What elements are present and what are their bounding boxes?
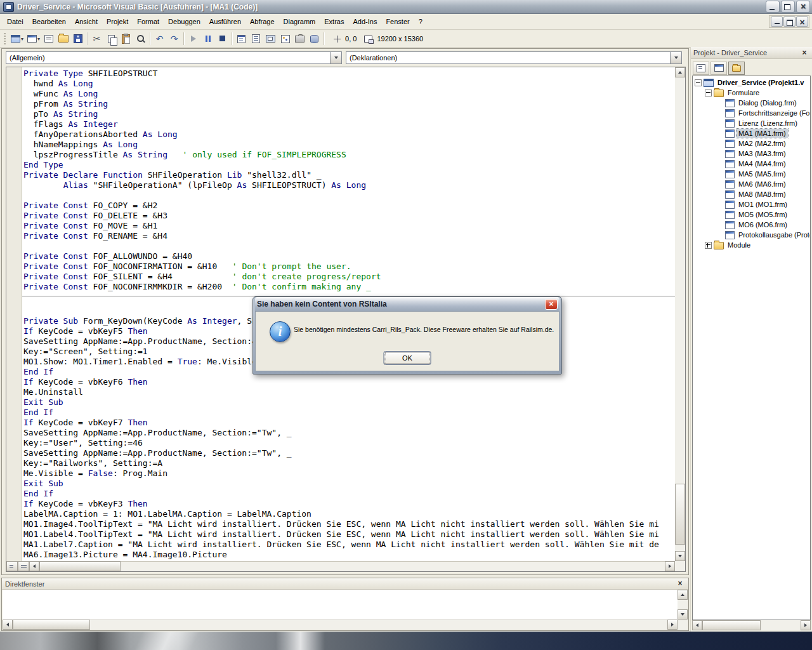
project-explorer-toolbar [691, 59, 812, 77]
break-button[interactable] [200, 32, 215, 46]
project-explorer-close-button[interactable] [799, 48, 809, 58]
menu-item-format[interactable]: Format [133, 15, 164, 28]
minimize-button[interactable] [766, 1, 780, 13]
menu-item-fenster[interactable]: Fenster [381, 15, 414, 28]
close-button[interactable] [796, 1, 810, 13]
scroll-right-button[interactable] [801, 620, 811, 630]
cut-button[interactable]: ✂ [89, 32, 104, 46]
copy-button[interactable] [104, 32, 119, 46]
toggle-folders-button[interactable] [728, 62, 745, 75]
paste-button[interactable] [119, 32, 133, 46]
menu-item-diagramm[interactable]: Diagramm [279, 15, 320, 28]
code-line: Private Const FO_RENAME = &H4 [23, 231, 381, 241]
immediate-window-close-button[interactable] [675, 579, 685, 588]
procedure-selector[interactable]: (Deklarationen) [346, 51, 682, 64]
scroll-left-button[interactable] [3, 620, 13, 630]
scroll-up-button[interactable] [678, 590, 688, 600]
tree-item-ma4-ma4-frm[interactable]: MA4 (MA4.frm) [693, 159, 810, 169]
mdi-close-button[interactable] [796, 17, 808, 27]
menu-item-datei[interactable]: Datei [3, 15, 28, 28]
data-view-button[interactable] [307, 32, 322, 46]
form-layout-button[interactable] [263, 32, 278, 46]
toolbar-grip[interactable] [4, 33, 6, 44]
view-code-button[interactable] [693, 62, 709, 75]
end-button[interactable] [215, 32, 230, 46]
expand-icon[interactable] [705, 242, 712, 249]
tree-item-mo6-mo6-frm[interactable]: MO6 (MO6.frm) [693, 220, 810, 230]
code-line: SaveSetting AppName:=App.ProductName, Se… [23, 448, 659, 458]
add-form-button[interactable] [25, 32, 39, 46]
object-browser-button[interactable] [278, 32, 292, 46]
tree-item-lizenz-lizenz-frm[interactable]: Lizenz (Lizenz.frm) [693, 118, 810, 128]
horizontal-scroll-thumb[interactable] [702, 620, 761, 630]
ok-button[interactable]: OK [384, 351, 431, 365]
menu-item-bearbeiten[interactable]: Bearbeiten [28, 15, 70, 28]
menu-item-ansicht[interactable]: Ansicht [70, 15, 102, 28]
tree-item-dialog-dialog-frm[interactable]: Dialog (Dialog.frm) [693, 98, 810, 108]
mdi-minimize-button[interactable] [771, 17, 783, 27]
scroll-down-button[interactable] [675, 551, 685, 561]
project-tree-horizontal-scrollbar[interactable] [692, 620, 811, 630]
open-project-button[interactable] [56, 32, 70, 46]
tree-item-fortschrittsanzeige-fo[interactable]: Fortschrittsanzeige (Fo [693, 108, 810, 118]
properties-window-button[interactable] [249, 32, 263, 46]
immediate-vertical-scrollbar[interactable] [678, 590, 688, 620]
tree-item-ma2-ma2-frm[interactable]: MA2 (MA2.frm) [693, 138, 810, 149]
mdi-restore-button[interactable] [783, 17, 796, 27]
scroll-down-button[interactable] [678, 609, 688, 620]
vertical-scroll-thumb[interactable] [675, 484, 685, 545]
tree-item-mo1-mo1-frm[interactable]: MO1 (MO1.frm) [693, 199, 810, 209]
tree-item-module[interactable]: Module [693, 240, 810, 250]
view-object-button[interactable] [710, 62, 727, 75]
object-selector-dropdown-button[interactable] [330, 52, 341, 63]
scroll-left-button[interactable] [29, 561, 39, 571]
tree-item-ma1-ma1-frm[interactable]: MA1 (MA1.frm) [693, 128, 810, 138]
horizontal-scroll-thumb[interactable] [39, 561, 121, 571]
tree-item-mo5-mo5-frm[interactable]: MO5 (MO5.frm) [693, 209, 810, 220]
undo-button[interactable]: ↶ [152, 32, 167, 46]
restore-button[interactable] [781, 1, 795, 13]
collapse-icon[interactable] [705, 90, 712, 96]
tree-item-label: MA5 (MA5.frm) [737, 169, 788, 178]
project-explorer-button[interactable] [234, 32, 249, 46]
code-horizontal-scrollbar[interactable] [6, 561, 675, 571]
toolbox-button[interactable] [292, 32, 307, 46]
horizontal-scroll-thumb[interactable] [13, 620, 90, 630]
immediate-window-content[interactable] [3, 590, 678, 620]
project-tree[interactable]: Driver_Service (Projekt1.vFormulareDialo… [692, 76, 811, 620]
scroll-up-button[interactable] [675, 67, 685, 77]
menu-item-abfrage[interactable]: Abfrage [246, 15, 279, 28]
collapse-icon[interactable] [695, 79, 702, 86]
menu-item-add-ins[interactable]: Add-Ins [348, 15, 381, 28]
tree-item-driver-service-projekt1-v[interactable]: Driver_Service (Projekt1.v [693, 77, 810, 88]
tree-item-ma5-ma5-frm[interactable]: MA5 (MA5.frm) [693, 169, 810, 179]
start-button[interactable] [186, 32, 200, 46]
menu-item-ausf-hren[interactable]: Ausführen [205, 15, 246, 28]
redo-button[interactable]: ↷ [167, 32, 181, 46]
add-project-button[interactable] [8, 32, 23, 46]
object-selector[interactable]: (Allgemein) [6, 51, 342, 64]
tree-item-ma3-ma3-frm[interactable]: MA3 (MA3.frm) [693, 149, 810, 159]
full-module-view-button[interactable] [18, 561, 29, 571]
menu-item-extras[interactable]: Extras [320, 15, 348, 28]
procedure-selector-dropdown-button[interactable] [670, 52, 681, 63]
tree-item-ma6-ma6-frm[interactable]: MA6 (MA6.frm) [693, 179, 810, 189]
menu-items: DateiBearbeitenAnsichtProjektFormatDebug… [3, 15, 427, 28]
scroll-left-button[interactable] [692, 620, 702, 630]
tree-item-protokollausgabe-proto[interactable]: Protokollausgabe (Proto [693, 230, 810, 240]
chevron-down-icon [674, 56, 678, 59]
tree-item-ma8-ma8-frm[interactable]: MA8 (MA8.frm) [693, 189, 810, 199]
menu-editor-button[interactable] [41, 32, 56, 46]
immediate-horizontal-scrollbar[interactable] [3, 620, 678, 630]
menu-item-debuggen[interactable]: Debuggen [164, 15, 205, 28]
menu-item-?[interactable]: ? [414, 15, 427, 28]
save-project-button[interactable] [70, 32, 85, 46]
scroll-right-button[interactable] [665, 561, 675, 571]
procedure-view-button[interactable] [6, 561, 18, 571]
find-button[interactable] [133, 32, 148, 46]
scroll-right-button[interactable] [667, 620, 678, 630]
code-vertical-scrollbar[interactable] [675, 67, 685, 561]
tree-item-formulare[interactable]: Formulare [693, 88, 810, 98]
menu-item-projekt[interactable]: Projekt [102, 15, 133, 28]
dialog-close-button[interactable] [545, 299, 558, 310]
